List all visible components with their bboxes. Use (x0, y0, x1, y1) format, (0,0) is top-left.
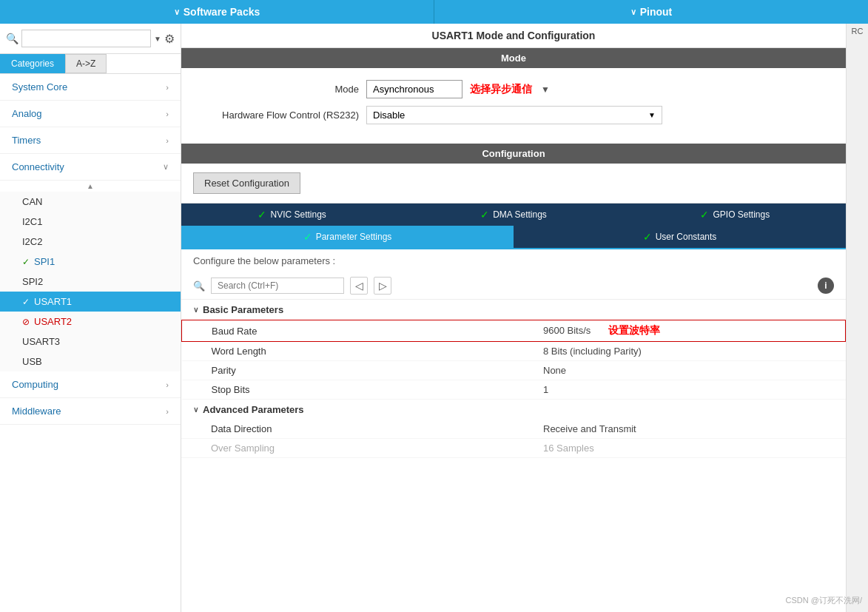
baud-annotation: 设置波特率 (608, 324, 660, 336)
usart1-label: USART1 (34, 296, 72, 307)
basic-params-header: ∨ Basic Parameters (181, 300, 846, 320)
hw-flow-dropdown-icon: ▼ (648, 111, 656, 119)
nav-next-icon: ▷ (379, 280, 387, 292)
gear-icon[interactable]: ⚙ (164, 32, 175, 46)
sidebar-item-analog[interactable]: Analog › (0, 101, 181, 127)
pinout-tab[interactable]: ∨ Pinout (434, 0, 868, 24)
usart2-error-icon: ⊘ (22, 317, 30, 327)
spi2-label: SPI2 (22, 276, 43, 287)
tab-gpio-settings[interactable]: ✓ GPIO Settings (625, 204, 846, 226)
spi1-check-icon: ✓ (22, 257, 30, 267)
basic-params-label: Basic Parameters (203, 304, 283, 315)
sidebar: 🔍 ▼ ⚙ Categories A->Z System Core › Anal… (0, 24, 181, 612)
parity-name: Parity (182, 361, 514, 380)
sidebar-item-middleware[interactable]: Middleware › (0, 398, 181, 425)
mode-select-dropdown[interactable]: Asynchronous (366, 80, 462, 98)
advanced-params-collapse-icon[interactable]: ∨ (193, 406, 198, 414)
nav-next-button[interactable]: ▷ (374, 277, 391, 295)
sidebar-tabs: Categories A->Z (0, 54, 181, 74)
usb-label: USB (22, 356, 42, 367)
watermark-text: CSDN @订死不洗网/ (786, 596, 862, 605)
dma-label: DMA Settings (493, 209, 547, 220)
tab-parameter-settings[interactable]: ✓ Parameter Settings (181, 226, 514, 248)
sidebar-sub-item-i2c2[interactable]: I2C2 (0, 232, 181, 252)
sidebar-item-connectivity[interactable]: Connectivity ∨ (0, 154, 181, 181)
tab-categories[interactable]: Categories (0, 54, 65, 73)
nav-prev-icon: ◁ (355, 280, 363, 292)
tab-az[interactable]: A->Z (65, 54, 107, 73)
table-row-data-direction: Data Direction Receive and Transmit (181, 420, 846, 439)
search-input[interactable] (21, 30, 151, 47)
hw-flow-value: Disable (373, 110, 405, 121)
param-settings-label: Parameter Settings (316, 232, 392, 242)
usart1-check-icon: ✓ (22, 297, 30, 307)
system-core-chevron-icon: › (166, 83, 169, 92)
param-check-icon: ✓ (303, 231, 312, 243)
spi1-label: SPI1 (34, 256, 55, 267)
search-params-row: 🔍 ◁ ▷ i (181, 272, 846, 300)
connectivity-chevron-icon: ∨ (163, 162, 169, 172)
i2c2-label: I2C2 (22, 236, 42, 247)
hw-flow-dropdown[interactable]: Disable ▼ (366, 106, 662, 124)
right-panel: RC (846, 24, 868, 612)
tab-nvic-settings[interactable]: ✓ NVIC Settings (181, 204, 403, 226)
system-core-label: System Core (12, 81, 67, 93)
nvic-check-icon: ✓ (258, 209, 266, 221)
usart2-label: USART2 (34, 316, 72, 327)
baud-rate-name: Baud Rate (182, 320, 514, 342)
config-header-text: Configuration (482, 148, 545, 159)
sidebar-sub-item-usb[interactable]: USB (0, 352, 181, 371)
connectivity-sub-items: CAN I2C1 I2C2 ✓ SPI1 SPI2 ✓ USART1 ⊘ USA… (0, 192, 181, 371)
mode-select-value: Asynchronous (373, 84, 434, 95)
tabs-row1: ✓ NVIC Settings ✓ DMA Settings ✓ GPIO Se… (181, 203, 846, 226)
hw-flow-label: Hardware Flow Control (RS232) (196, 110, 359, 121)
sidebar-sub-item-spi1[interactable]: ✓ SPI1 (0, 252, 181, 272)
analog-chevron-icon: › (166, 110, 169, 118)
basic-params-table: Baud Rate 9600 Bits/s 设置波特率 Word Length … (181, 320, 846, 400)
user-const-check-icon: ✓ (643, 231, 652, 243)
sidebar-item-computing[interactable]: Computing › (0, 371, 181, 398)
word-length-name: Word Length (182, 342, 514, 361)
sidebar-item-timers[interactable]: Timers › (0, 127, 181, 154)
table-row-parity: Parity None (182, 361, 846, 380)
advanced-params-header: ∨ Advanced Parameters (181, 400, 846, 420)
table-row-baud-rate: Baud Rate 9600 Bits/s 设置波特率 (182, 320, 846, 342)
config-section: Configuration Reset Configuration ✓ NVIC… (181, 144, 846, 458)
dropdown-arrow-icon[interactable]: ▼ (154, 35, 161, 43)
tabs-row2: ✓ Parameter Settings ✓ User Constants (181, 226, 846, 249)
timers-chevron-icon: › (166, 136, 169, 145)
sidebar-sub-item-spi2[interactable]: SPI2 (0, 272, 181, 292)
sidebar-sub-item-usart1[interactable]: ✓ USART1 (0, 292, 181, 312)
sidebar-sub-item-usart3[interactable]: USART3 (0, 332, 181, 352)
sidebar-sub-item-i2c1[interactable]: I2C1 (0, 212, 181, 232)
nav-prev-button[interactable]: ◁ (350, 277, 368, 295)
software-packs-chevron: ∨ (174, 7, 180, 17)
basic-params-collapse-icon[interactable]: ∨ (193, 306, 198, 314)
sidebar-item-system-core[interactable]: System Core › (0, 74, 181, 101)
mode-dropdown-arrow-icon[interactable]: ▼ (541, 84, 550, 95)
tab-user-constants[interactable]: ✓ User Constants (514, 226, 846, 248)
info-icon[interactable]: i (818, 278, 834, 294)
sidebar-sub-item-usart2[interactable]: ⊘ USART2 (0, 312, 181, 332)
advanced-params-label: Advanced Parameters (203, 404, 304, 415)
configure-params-label: Configure the below parameters : (181, 249, 846, 272)
software-packs-tab[interactable]: ∨ Software Packs (0, 0, 434, 24)
computing-label: Computing (12, 379, 58, 390)
over-sampling-value: 16 Samples (514, 439, 846, 458)
mode-header-text: Mode (501, 53, 526, 64)
pinout-label: Pinout (640, 6, 673, 18)
top-bar: ∨ Software Packs ∨ Pinout (0, 0, 868, 24)
reset-config-button[interactable]: Reset Configuration (193, 172, 300, 194)
can-label: CAN (22, 196, 42, 207)
reset-btn-label: Reset Configuration (204, 178, 289, 189)
over-sampling-name: Over Sampling (181, 439, 514, 458)
tab-az-label: A->Z (76, 58, 95, 69)
info-letter: i (824, 280, 827, 291)
mode-row: Mode Asynchronous 选择异步通信 ▼ (196, 80, 831, 98)
tab-dma-settings[interactable]: ✓ DMA Settings (403, 204, 624, 226)
analog-label: Analog (12, 108, 41, 119)
table-row-stop-bits: Stop Bits 1 (182, 380, 846, 400)
sidebar-sub-item-can[interactable]: CAN (0, 192, 181, 212)
connectivity-label: Connectivity (12, 161, 64, 172)
search-params-input[interactable] (211, 278, 344, 294)
